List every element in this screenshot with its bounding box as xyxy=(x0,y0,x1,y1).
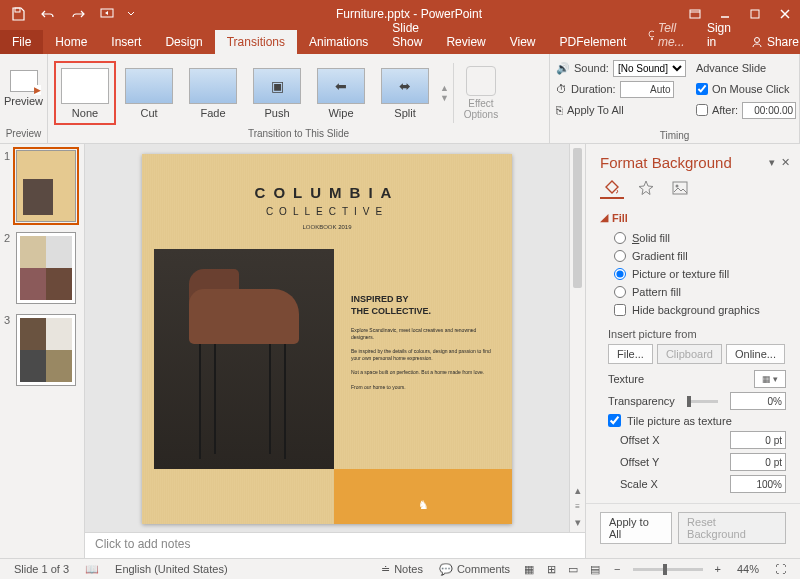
offset-x-input[interactable]: 0 pt xyxy=(730,431,786,449)
zoom-slider[interactable] xyxy=(633,568,703,571)
group-label-transition: Transition to This Slide xyxy=(52,126,545,141)
transition-label: Cut xyxy=(140,107,157,119)
effects-tab-icon[interactable] xyxy=(634,177,658,199)
transition-push[interactable]: ▣ Push xyxy=(246,61,308,125)
hide-bg-checkbox[interactable]: Hide background graphics xyxy=(614,304,786,316)
fill-tab-icon[interactable] xyxy=(600,177,624,199)
tab-animations[interactable]: Animations xyxy=(297,30,380,54)
offset-y-input[interactable]: 0 pt xyxy=(730,453,786,471)
fit-to-window-icon[interactable]: ⛶ xyxy=(767,559,794,579)
transition-cut[interactable]: Cut xyxy=(118,61,180,125)
effect-options-label: Effect Options xyxy=(464,98,498,120)
tab-home[interactable]: Home xyxy=(43,30,99,54)
prev-slide-button[interactable]: ▴ xyxy=(570,482,585,498)
transition-fade[interactable]: Fade xyxy=(182,61,244,125)
solid-fill-radio[interactable]: Solid fill xyxy=(614,232,786,244)
slide-thumbnail-3[interactable] xyxy=(16,314,76,386)
transition-none[interactable]: None xyxy=(54,61,116,125)
slide-sorter-view-icon[interactable]: ⊞ xyxy=(540,559,562,579)
tab-view[interactable]: View xyxy=(498,30,548,54)
qat-customize-icon[interactable] xyxy=(124,2,138,26)
transparency-slider[interactable] xyxy=(687,400,718,403)
duration-input[interactable]: Auto xyxy=(620,81,674,98)
zoom-in-button[interactable]: + xyxy=(707,559,729,579)
ribbon-group-preview: Preview Preview xyxy=(0,54,48,143)
gradient-fill-radio[interactable]: Gradient fill xyxy=(614,250,786,262)
transition-gallery-more[interactable]: ▲▼ xyxy=(438,83,451,103)
notes-pane[interactable]: Click to add notes xyxy=(85,532,585,558)
slideshow-view-icon[interactable]: ▤ xyxy=(584,559,606,579)
comments-toggle[interactable]: 💬 Comments xyxy=(431,559,518,579)
transition-wipe[interactable]: ⬅ Wipe xyxy=(310,61,372,125)
tab-transitions[interactable]: Transitions xyxy=(215,30,297,54)
share-button[interactable]: Share xyxy=(741,30,800,54)
tab-review[interactable]: Review xyxy=(434,30,497,54)
ribbon-group-transition: None Cut Fade ▣ Push ⬅ Wipe ⬌ Split xyxy=(48,54,550,143)
maximize-icon[interactable] xyxy=(740,0,770,28)
zoom-level[interactable]: 44% xyxy=(729,559,767,579)
normal-view-icon[interactable]: ▦ xyxy=(518,559,540,579)
reading-view-icon[interactable]: ▭ xyxy=(562,559,584,579)
zoom-out-button[interactable]: − xyxy=(606,559,628,579)
on-mouse-click-label: On Mouse Click xyxy=(712,83,790,95)
slide-canvas-wrap[interactable]: COLUMBIA COLLECTIVE LOOKBOOK 2019 INSPIR… xyxy=(85,144,569,532)
next-slide-button[interactable]: ▾ xyxy=(570,514,585,530)
transition-label: Wipe xyxy=(328,107,353,119)
tab-design[interactable]: Design xyxy=(153,30,214,54)
slide-subtitle: COLLECTIVE xyxy=(142,206,512,217)
transition-split[interactable]: ⬌ Split xyxy=(374,61,436,125)
scale-x-input[interactable]: 100% xyxy=(730,475,786,493)
insert-file-button[interactable]: File... xyxy=(608,344,653,364)
vertical-scrollbar[interactable]: ▴ ≡ ▾ xyxy=(569,144,585,532)
svg-point-7 xyxy=(676,185,679,188)
apply-to-all-icon: ⎘ xyxy=(556,104,563,116)
preview-button[interactable]: Preview xyxy=(4,56,43,120)
transition-wipe-icon: ⬅ xyxy=(317,68,365,104)
sign-in-link[interactable]: Sign in xyxy=(697,16,741,54)
tile-checkbox[interactable]: Tile picture as texture xyxy=(608,414,786,427)
slide-canvas[interactable]: COLUMBIA COLLECTIVE LOOKBOOK 2019 INSPIR… xyxy=(142,154,512,524)
pattern-fill-radio[interactable]: Pattern fill xyxy=(614,286,786,298)
close-icon[interactable] xyxy=(770,0,800,28)
redo-icon[interactable] xyxy=(64,2,92,26)
svg-point-4 xyxy=(649,31,654,37)
slide-counter[interactable]: Slide 1 of 3 xyxy=(6,559,77,579)
pane-dropdown-icon[interactable]: ▾ xyxy=(769,156,775,169)
transition-push-icon: ▣ xyxy=(253,68,301,104)
fill-section-header[interactable]: ◢ Fill xyxy=(586,207,800,228)
insert-online-button[interactable]: Online... xyxy=(726,344,785,364)
tab-slide-show[interactable]: Slide Show xyxy=(380,16,434,54)
scrollbar-separator: ≡ xyxy=(570,498,585,514)
on-mouse-click-checkbox[interactable] xyxy=(696,83,708,95)
apply-to-all-button[interactable]: Apply To All xyxy=(567,104,624,116)
effect-options-button: Effect Options xyxy=(456,61,506,125)
transparency-input[interactable]: 0% xyxy=(730,392,786,410)
pane-close-icon[interactable]: ✕ xyxy=(781,156,790,169)
spell-check-icon[interactable]: 📖 xyxy=(77,559,107,579)
after-time-input[interactable]: 00:00.00 xyxy=(742,102,796,119)
sound-label: Sound: xyxy=(574,62,609,74)
transition-none-icon xyxy=(61,68,109,104)
tab-insert[interactable]: Insert xyxy=(99,30,153,54)
slide-thumbnail-2[interactable] xyxy=(16,232,76,304)
slide-thumbnail-1[interactable] xyxy=(16,150,76,222)
tab-pdfelement[interactable]: PDFelement xyxy=(548,30,639,54)
group-label-timing: Timing xyxy=(556,128,793,143)
notes-toggle[interactable]: ≐ Notes xyxy=(373,559,431,579)
after-checkbox[interactable] xyxy=(696,104,708,116)
picture-tab-icon[interactable] xyxy=(668,177,692,199)
apply-to-all-button[interactable]: Apply to All xyxy=(600,512,672,544)
tell-me-search[interactable]: Tell me... xyxy=(638,16,697,54)
save-icon[interactable] xyxy=(4,2,32,26)
language-status[interactable]: English (United States) xyxy=(107,559,236,579)
svg-point-5 xyxy=(754,38,759,43)
start-from-beginning-icon[interactable] xyxy=(94,2,122,26)
slide-title: COLUMBIA xyxy=(142,184,512,201)
undo-icon[interactable] xyxy=(34,2,62,26)
scrollbar-thumb[interactable] xyxy=(573,148,582,288)
tab-file[interactable]: File xyxy=(0,30,43,54)
sound-icon: 🔊 xyxy=(556,62,570,75)
texture-dropdown[interactable]: ▦ ▾ xyxy=(754,370,786,388)
picture-fill-radio[interactable]: Picture or texture fill xyxy=(614,268,786,280)
sound-select[interactable]: [No Sound] xyxy=(613,60,686,77)
